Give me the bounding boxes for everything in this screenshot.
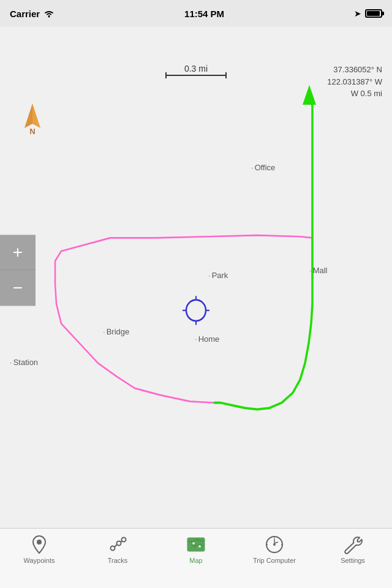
svg-point-18 (273, 543, 276, 546)
status-bar: Carrier 11:54 PM ➤ (0, 0, 392, 27)
svg-point-10 (37, 540, 42, 545)
svg-point-13 (122, 538, 126, 542)
status-time: 11:54 PM (184, 9, 224, 19)
svg-marker-4 (303, 85, 316, 105)
label-bridge: Bridge (103, 327, 129, 336)
carrier-label: Carrier (10, 9, 40, 19)
label-park: Park (208, 271, 228, 280)
svg-point-12 (117, 541, 121, 546)
tracks-icon (108, 535, 127, 554)
tab-trip-computer-label: Trip Computer (253, 557, 296, 564)
svg-point-16 (198, 545, 201, 548)
svg-line-20 (274, 542, 278, 543)
tab-settings[interactable]: Settings (314, 535, 392, 564)
tab-settings-label: Settings (341, 557, 365, 564)
trip-computer-icon (265, 535, 284, 554)
battery-icon (365, 9, 382, 18)
label-mall: Mall (309, 266, 327, 275)
zoom-controls: + − (0, 235, 36, 306)
settings-icon (343, 535, 363, 554)
svg-point-11 (111, 546, 115, 551)
svg-point-0 (48, 16, 50, 18)
tab-waypoints-label: Waypoints (24, 557, 55, 564)
zoom-out-button[interactable]: − (0, 270, 36, 306)
map-icon (186, 535, 206, 554)
zoom-in-button[interactable]: + (0, 235, 36, 270)
tab-map-label: Map (189, 557, 202, 564)
status-left: Carrier (10, 9, 55, 19)
tab-waypoints[interactable]: Waypoints (0, 535, 78, 564)
map-area[interactable]: 0.3 mi 37.336052° N 122.031387° W W 0.5 … (0, 27, 392, 528)
tab-trip-computer[interactable]: Trip Computer (235, 535, 314, 564)
tab-tracks-label: Tracks (108, 557, 128, 564)
svg-point-15 (192, 542, 195, 545)
label-home: Home (195, 334, 219, 344)
status-right: ➤ (354, 9, 382, 18)
tab-map[interactable]: Map (157, 535, 235, 564)
waypoints-icon (29, 535, 49, 554)
location-arrow-icon: ➤ (354, 9, 361, 18)
map-svg (0, 27, 392, 528)
svg-point-5 (186, 300, 206, 321)
label-office: Office (251, 163, 275, 172)
wifi-icon (43, 9, 55, 18)
label-station: Station (10, 358, 38, 367)
tab-tracks[interactable]: Tracks (78, 535, 157, 564)
tab-bar: Waypoints Tracks Map (0, 528, 392, 588)
